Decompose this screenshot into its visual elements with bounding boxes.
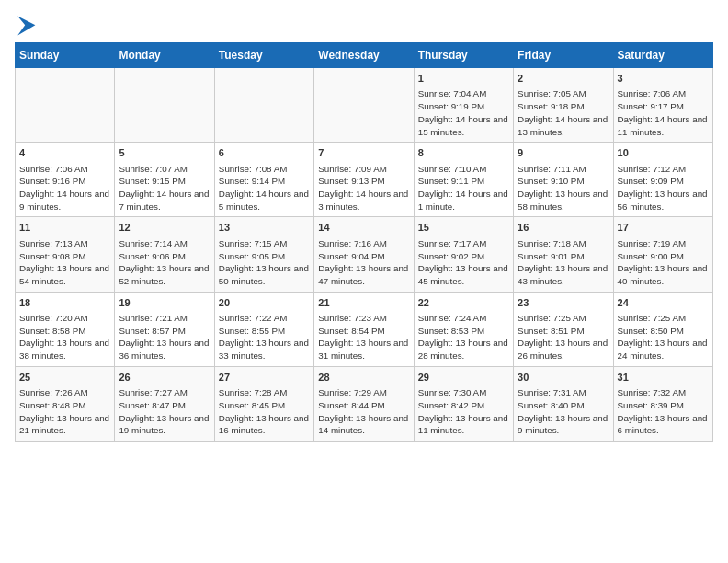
day-info: Sunrise: 7:28 AM Sunset: 8:45 PM Dayligh… [219, 386, 310, 437]
day-number: 19 [119, 296, 210, 310]
day-number: 28 [318, 371, 409, 385]
day-number: 3 [618, 72, 709, 86]
day-number: 10 [618, 146, 709, 160]
day-info: Sunrise: 7:24 AM Sunset: 8:53 PM Dayligh… [418, 312, 509, 362]
calendar-week-4: 18Sunrise: 7:20 AM Sunset: 8:58 PM Dayli… [16, 292, 713, 366]
day-info: Sunrise: 7:06 AM Sunset: 9:17 PM Dayligh… [618, 87, 709, 138]
calendar-cell: 29Sunrise: 7:30 AM Sunset: 8:42 PM Dayli… [414, 366, 513, 441]
calendar-week-5: 25Sunrise: 7:26 AM Sunset: 8:48 PM Dayli… [16, 366, 713, 441]
calendar-cell: 17Sunrise: 7:19 AM Sunset: 9:00 PM Dayli… [613, 217, 712, 292]
day-info: Sunrise: 7:29 AM Sunset: 8:44 PM Dayligh… [318, 386, 409, 437]
day-number: 8 [418, 146, 509, 160]
day-number: 25 [19, 371, 110, 385]
day-info: Sunrise: 7:23 AM Sunset: 8:54 PM Dayligh… [318, 312, 409, 362]
day-info: Sunrise: 7:06 AM Sunset: 9:16 PM Dayligh… [19, 163, 110, 213]
day-info: Sunrise: 7:13 AM Sunset: 9:08 PM Dayligh… [19, 237, 110, 288]
calendar-cell: 8Sunrise: 7:10 AM Sunset: 9:11 PM Daylig… [414, 143, 513, 217]
day-number: 12 [119, 221, 210, 235]
calendar-cell: 3Sunrise: 7:06 AM Sunset: 9:17 PM Daylig… [613, 68, 712, 143]
day-info: Sunrise: 7:10 AM Sunset: 9:11 PM Dayligh… [418, 163, 509, 213]
calendar-week-2: 4Sunrise: 7:06 AM Sunset: 9:16 PM Daylig… [16, 143, 713, 217]
day-info: Sunrise: 7:27 AM Sunset: 8:47 PM Dayligh… [119, 386, 210, 437]
day-number: 21 [318, 296, 409, 310]
day-number: 2 [518, 72, 609, 86]
day-info: Sunrise: 7:30 AM Sunset: 8:42 PM Dayligh… [418, 386, 509, 437]
day-info: Sunrise: 7:09 AM Sunset: 9:13 PM Dayligh… [318, 163, 409, 213]
day-info: Sunrise: 7:12 AM Sunset: 9:09 PM Dayligh… [618, 163, 709, 213]
calendar-cell [115, 68, 214, 143]
calendar-cell: 10Sunrise: 7:12 AM Sunset: 9:09 PM Dayli… [613, 143, 712, 217]
logo [15, 15, 40, 37]
calendar-cell: 15Sunrise: 7:17 AM Sunset: 9:02 PM Dayli… [414, 217, 513, 292]
day-number: 23 [518, 296, 609, 310]
day-number: 31 [618, 371, 709, 385]
calendar-cell [214, 68, 313, 143]
calendar-cell: 16Sunrise: 7:18 AM Sunset: 9:01 PM Dayli… [514, 217, 613, 292]
calendar-cell: 20Sunrise: 7:22 AM Sunset: 8:55 PM Dayli… [214, 292, 313, 366]
day-number: 9 [518, 146, 609, 160]
day-number: 6 [219, 146, 310, 160]
day-number: 20 [219, 296, 310, 310]
svg-marker-0 [17, 17, 35, 36]
calendar-cell: 25Sunrise: 7:26 AM Sunset: 8:48 PM Dayli… [16, 366, 115, 441]
weekday-header-wednesday: Wednesday [314, 43, 414, 68]
day-info: Sunrise: 7:07 AM Sunset: 9:15 PM Dayligh… [119, 163, 210, 213]
day-number: 5 [119, 146, 210, 160]
logo-icon [15, 15, 37, 37]
day-info: Sunrise: 7:25 AM Sunset: 8:50 PM Dayligh… [618, 312, 709, 362]
day-info: Sunrise: 7:31 AM Sunset: 8:40 PM Dayligh… [518, 386, 609, 437]
day-info: Sunrise: 7:26 AM Sunset: 8:48 PM Dayligh… [19, 386, 110, 437]
day-number: 26 [119, 371, 210, 385]
weekday-header-row: SundayMondayTuesdayWednesdayThursdayFrid… [16, 43, 713, 68]
day-info: Sunrise: 7:25 AM Sunset: 8:51 PM Dayligh… [518, 312, 609, 362]
calendar-cell: 14Sunrise: 7:16 AM Sunset: 9:04 PM Dayli… [314, 217, 414, 292]
weekday-header-tuesday: Tuesday [214, 43, 313, 68]
day-info: Sunrise: 7:15 AM Sunset: 9:05 PM Dayligh… [219, 237, 310, 288]
day-number: 27 [219, 371, 310, 385]
calendar-cell: 21Sunrise: 7:23 AM Sunset: 8:54 PM Dayli… [314, 292, 414, 366]
day-info: Sunrise: 7:11 AM Sunset: 9:10 PM Dayligh… [518, 163, 609, 213]
calendar-cell [16, 68, 115, 143]
day-number: 13 [219, 221, 310, 235]
calendar-cell: 27Sunrise: 7:28 AM Sunset: 8:45 PM Dayli… [214, 366, 313, 441]
calendar-cell: 13Sunrise: 7:15 AM Sunset: 9:05 PM Dayli… [214, 217, 313, 292]
day-number: 4 [19, 146, 110, 160]
day-info: Sunrise: 7:32 AM Sunset: 8:39 PM Dayligh… [618, 386, 709, 437]
calendar-cell: 22Sunrise: 7:24 AM Sunset: 8:53 PM Dayli… [414, 292, 513, 366]
day-number: 1 [418, 72, 509, 86]
calendar-week-3: 11Sunrise: 7:13 AM Sunset: 9:08 PM Dayli… [16, 217, 713, 292]
day-info: Sunrise: 7:18 AM Sunset: 9:01 PM Dayligh… [518, 237, 609, 288]
day-number: 17 [618, 221, 709, 235]
day-info: Sunrise: 7:19 AM Sunset: 9:00 PM Dayligh… [618, 237, 709, 288]
day-number: 22 [418, 296, 509, 310]
day-number: 11 [19, 221, 110, 235]
calendar-body: 1Sunrise: 7:04 AM Sunset: 9:19 PM Daylig… [16, 68, 713, 442]
calendar-cell: 23Sunrise: 7:25 AM Sunset: 8:51 PM Dayli… [514, 292, 613, 366]
calendar-cell: 18Sunrise: 7:20 AM Sunset: 8:58 PM Dayli… [16, 292, 115, 366]
day-info: Sunrise: 7:05 AM Sunset: 9:18 PM Dayligh… [518, 87, 609, 138]
calendar-cell: 11Sunrise: 7:13 AM Sunset: 9:08 PM Dayli… [16, 217, 115, 292]
day-number: 18 [19, 296, 110, 310]
weekday-header-friday: Friday [514, 43, 613, 68]
calendar-cell: 7Sunrise: 7:09 AM Sunset: 9:13 PM Daylig… [314, 143, 414, 217]
day-number: 15 [418, 221, 509, 235]
calendar-cell: 19Sunrise: 7:21 AM Sunset: 8:57 PM Dayli… [115, 292, 214, 366]
day-info: Sunrise: 7:21 AM Sunset: 8:57 PM Dayligh… [119, 312, 210, 362]
calendar-cell [314, 68, 414, 143]
day-info: Sunrise: 7:20 AM Sunset: 8:58 PM Dayligh… [19, 312, 110, 362]
day-info: Sunrise: 7:22 AM Sunset: 8:55 PM Dayligh… [219, 312, 310, 362]
calendar-cell: 26Sunrise: 7:27 AM Sunset: 8:47 PM Dayli… [115, 366, 214, 441]
calendar-cell: 31Sunrise: 7:32 AM Sunset: 8:39 PM Dayli… [613, 366, 712, 441]
page-header [15, 15, 713, 37]
calendar-week-1: 1Sunrise: 7:04 AM Sunset: 9:19 PM Daylig… [16, 68, 713, 143]
calendar-cell: 28Sunrise: 7:29 AM Sunset: 8:44 PM Dayli… [314, 366, 414, 441]
day-number: 16 [518, 221, 609, 235]
day-info: Sunrise: 7:04 AM Sunset: 9:19 PM Dayligh… [418, 87, 509, 138]
calendar-cell: 6Sunrise: 7:08 AM Sunset: 9:14 PM Daylig… [214, 143, 313, 217]
calendar-cell: 12Sunrise: 7:14 AM Sunset: 9:06 PM Dayli… [115, 217, 214, 292]
calendar-cell: 5Sunrise: 7:07 AM Sunset: 9:15 PM Daylig… [115, 143, 214, 217]
day-info: Sunrise: 7:16 AM Sunset: 9:04 PM Dayligh… [318, 237, 409, 288]
calendar-cell: 4Sunrise: 7:06 AM Sunset: 9:16 PM Daylig… [16, 143, 115, 217]
calendar-cell: 1Sunrise: 7:04 AM Sunset: 9:19 PM Daylig… [414, 68, 513, 143]
weekday-header-monday: Monday [115, 43, 214, 68]
